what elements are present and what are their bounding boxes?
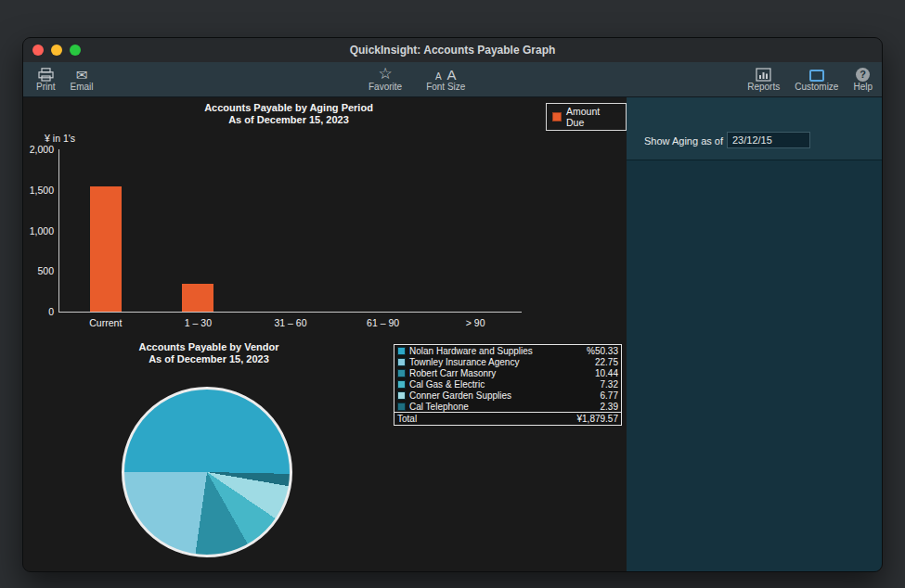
bar-slot: 1 – 30 xyxy=(152,149,245,312)
y-axis-label: ¥ in 1's xyxy=(25,133,75,144)
y-tick-label: 1,500 xyxy=(23,185,54,196)
vendor-row: Nolan Hardware and Supplies%50.33 xyxy=(394,345,621,356)
bar-slot: 31 – 60 xyxy=(244,149,337,312)
bar-slot: > 90 xyxy=(429,149,522,312)
x-category-label: Current xyxy=(59,317,152,328)
x-category-label: 1 – 30 xyxy=(152,317,245,328)
vendor-name: Townley Insurance Agency xyxy=(409,357,595,367)
print-button[interactable]: Print xyxy=(36,62,56,92)
show-aging-label: Show Aging as of xyxy=(644,135,723,147)
minimize-button[interactable] xyxy=(51,45,62,56)
vendor-value: 22.75 xyxy=(595,357,618,367)
favorite-label: Favorite xyxy=(368,82,402,92)
vendor-table-rows: Nolan Hardware and Supplies%50.33Townley… xyxy=(394,345,621,412)
toolbar-left-group: Print ✉ Email xyxy=(36,62,94,97)
vendor-total-label: Total xyxy=(397,414,577,424)
help-button[interactable]: ? Help xyxy=(853,62,873,92)
pie-chart-subtitle: As of December 15, 2023 xyxy=(97,353,320,365)
bar-slot: Current xyxy=(59,149,152,312)
vendor-name: Cal Telephone xyxy=(409,402,601,412)
pie-chart-title-line: Accounts Payable by Vendor xyxy=(97,341,320,353)
aging-date-input[interactable] xyxy=(727,132,810,148)
vendor-pie[interactable] xyxy=(122,387,292,557)
vendor-swatch xyxy=(397,391,406,400)
x-category-label: 31 – 60 xyxy=(244,317,337,328)
envelope-icon: ✉ xyxy=(76,65,88,82)
bar-amount-due[interactable] xyxy=(182,284,213,312)
traffic-lights xyxy=(32,45,81,56)
vendor-table: Nolan Hardware and Supplies%50.33Townley… xyxy=(394,344,622,426)
vendor-row: Cal Telephone2.39 xyxy=(394,401,621,412)
y-tick-label: 0 xyxy=(23,306,54,317)
amount-due-legend: Amount Due xyxy=(546,103,627,131)
help-icon: ? xyxy=(856,65,870,82)
star-icon: ☆ xyxy=(378,65,392,82)
vendor-row: Conner Garden Supplies6.77 xyxy=(394,390,621,401)
font-size-label: Font Size xyxy=(426,82,465,92)
help-label: Help xyxy=(853,82,873,92)
x-category-label: 61 – 90 xyxy=(337,317,430,328)
report-chart-icon xyxy=(756,65,771,82)
close-button[interactable] xyxy=(32,45,44,56)
vendor-value: %50.33 xyxy=(587,346,618,356)
vendor-swatch xyxy=(397,369,406,377)
toolbar-right-group: Reports Customize ? Help xyxy=(747,62,873,97)
pie-chart-title: Accounts Payable by Vendor As of Decembe… xyxy=(97,341,320,365)
font-size-button[interactable]: A A Font Size xyxy=(426,62,465,92)
zoom-button[interactable] xyxy=(70,45,81,56)
bar-chart-subtitle: As of December 15, 2023 xyxy=(116,114,461,126)
customize-label: Customize xyxy=(795,82,838,92)
vendor-name: Nolan Hardware and Supplies xyxy=(409,346,587,356)
vendor-row: Cal Gas & Electric7.32 xyxy=(394,378,621,390)
options-panel-top: Show Aging as of xyxy=(627,97,882,160)
bar-amount-due[interactable] xyxy=(90,186,122,312)
vendor-name: Conner Garden Supplies xyxy=(409,390,601,401)
bar-slot: 61 – 90 xyxy=(337,149,430,312)
vendor-total-row: Total ¥1,879.57 xyxy=(394,412,621,425)
amount-due-label: Amount Due xyxy=(566,106,620,128)
vendor-name: Cal Gas & Electric xyxy=(409,379,601,390)
title-bar: QuickInsight: Accounts Payable Graph xyxy=(23,38,882,62)
email-label: Email xyxy=(71,82,94,92)
vendor-row: Townley Insurance Agency22.75 xyxy=(394,356,621,367)
vendor-name: Robert Carr Masonry xyxy=(409,368,595,378)
vendor-value: 10.44 xyxy=(595,368,618,378)
reports-label: Reports xyxy=(747,82,780,92)
app-window: QuickInsight: Accounts Payable Graph Pri… xyxy=(22,37,883,572)
x-axis-line xyxy=(58,312,522,313)
vendor-swatch xyxy=(397,403,406,411)
y-ticks: 2,0001,5001,0005000 xyxy=(23,149,54,312)
desktop: { "window": { "title": "QuickInsight: Ac… xyxy=(0,0,905,588)
y-tick-label: 2,000 xyxy=(23,144,54,155)
font-size-icon: A A xyxy=(435,65,457,82)
y-tick-label: 1,000 xyxy=(23,225,54,236)
print-label: Print xyxy=(36,82,56,92)
window-title: QuickInsight: Accounts Payable Graph xyxy=(23,44,882,57)
amount-due-swatch xyxy=(552,112,562,121)
vendor-swatch xyxy=(397,347,406,355)
vendor-value: 2.39 xyxy=(601,402,618,412)
bar-chart-title-line: Accounts Payable by Aging Period xyxy=(116,102,461,114)
toolbar-center-group: ☆ Favorite A A Font Size xyxy=(368,62,465,97)
printer-icon xyxy=(38,65,54,82)
bar-plot: Current1 – 3031 – 6061 – 90> 90 xyxy=(59,149,522,312)
customize-window-icon xyxy=(809,65,824,82)
bar-chart-title: Accounts Payable by Aging Period As of D… xyxy=(116,102,461,126)
x-category-label: > 90 xyxy=(429,317,522,328)
email-button[interactable]: ✉ Email xyxy=(71,62,94,92)
graph-area: Accounts Payable by Aging Period As of D… xyxy=(23,97,627,571)
vendor-total-value: ¥1,879.57 xyxy=(577,414,619,424)
content-area: Accounts Payable by Aging Period As of D… xyxy=(23,97,882,571)
vendor-swatch xyxy=(397,358,406,366)
reports-button[interactable]: Reports xyxy=(747,62,780,92)
vendor-row: Robert Carr Masonry10.44 xyxy=(394,367,621,378)
customize-button[interactable]: Customize xyxy=(795,62,838,92)
toolbar: Print ✉ Email ☆ Favorite A A Font Size xyxy=(23,62,882,97)
vendor-value: 6.77 xyxy=(601,390,618,401)
vendor-swatch xyxy=(397,380,406,389)
favorite-button[interactable]: ☆ Favorite xyxy=(368,62,402,92)
y-tick-label: 500 xyxy=(23,265,54,276)
vendor-value: 7.32 xyxy=(601,379,618,390)
options-panel: Show Aging as of xyxy=(627,97,882,571)
